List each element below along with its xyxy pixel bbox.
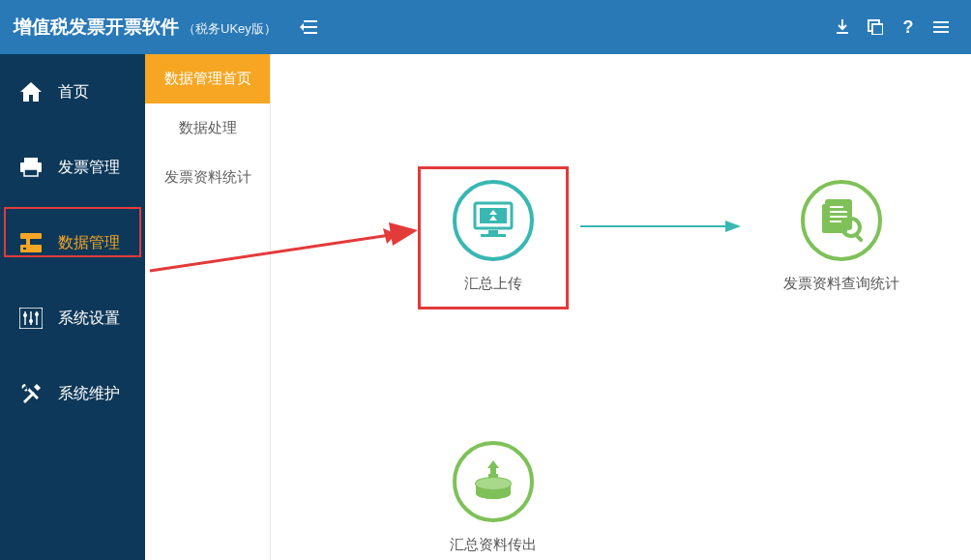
home-icon [17,78,44,105]
sidebar-item-home[interactable]: 首页 [0,64,145,120]
svg-rect-4 [837,32,848,34]
svg-rect-14 [20,233,42,239]
sidebar-item-invoice[interactable]: 发票管理 [0,139,145,195]
svg-rect-37 [830,221,841,222]
sliders-icon [17,305,44,332]
more-menu-icon[interactable] [925,13,957,42]
printer-icon [17,154,44,181]
data-icon [17,229,44,256]
svg-rect-9 [933,31,949,33]
svg-rect-33 [826,200,851,229]
card-caption: 发票资料查询统计 [754,275,928,293]
svg-rect-35 [830,211,847,213]
export-icon [453,441,534,522]
menu-toggle-button[interactable] [294,13,323,42]
app-title-sub: （税务UKey版） [183,20,277,38]
card-caption: 汇总资料传出 [426,536,561,554]
svg-point-22 [29,319,33,323]
search-doc-icon [801,180,882,261]
download-icon[interactable] [826,13,859,42]
svg-point-47 [476,478,511,489]
svg-rect-6 [872,24,883,35]
sidebar-item-label: 系统维护 [58,384,120,404]
annotation-highlight-card [418,166,569,309]
topbar: 增值税发票开票软件 （税务UKey版） ? [0,0,971,54]
svg-rect-39 [854,233,864,243]
app-title: 增值税发票开票软件 （税务UKey版） [14,15,277,40]
svg-rect-17 [23,248,26,250]
card-export[interactable]: 汇总资料传出 [426,441,561,554]
sidebar-item-data[interactable]: 数据管理 [0,215,145,271]
svg-marker-49 [725,221,741,232]
svg-rect-11 [24,158,38,162]
app-title-main: 增值税发票开票软件 [14,15,179,40]
svg-marker-3 [300,23,304,31]
svg-marker-41 [487,460,499,468]
submenu-item-home[interactable]: 数据管理首页 [145,54,270,103]
card-query[interactable]: 发票资料查询统计 [754,180,928,293]
svg-rect-7 [933,21,949,23]
sidebar-item-label: 发票管理 [58,158,120,178]
help-icon[interactable]: ? [892,13,925,42]
sidebar: 首页 发票管理 数据管理 [0,54,145,560]
submenu-item-stats[interactable]: 发票资料统计 [145,153,270,202]
sidebar-item-label: 数据管理 [58,233,120,253]
sidebar-item-label: 系统设置 [58,309,120,329]
svg-rect-2 [304,32,317,34]
window-icon[interactable] [859,13,892,42]
svg-rect-0 [304,20,317,22]
svg-point-24 [35,312,39,316]
svg-rect-34 [830,206,843,208]
svg-rect-15 [26,239,30,245]
content-area: 汇总上传 发票资料查询统计 [271,54,971,560]
sidebar-item-label: 首页 [58,82,89,103]
sidebar-item-maintenance[interactable]: 系统维护 [0,366,145,422]
tools-icon [17,380,44,407]
flow-arrow-icon [580,217,745,236]
svg-rect-1 [304,26,317,28]
svg-rect-8 [933,26,949,28]
submenu: 数据管理首页 数据处理 发票资料统计 [145,54,271,560]
submenu-item-label: 数据管理首页 [164,70,251,86]
sidebar-item-settings[interactable]: 系统设置 [0,290,145,346]
submenu-item-label: 数据处理 [179,119,237,135]
svg-rect-36 [830,216,847,218]
submenu-item-process[interactable]: 数据处理 [145,103,270,153]
svg-rect-12 [24,169,38,176]
svg-point-20 [23,313,27,317]
submenu-item-label: 发票资料统计 [164,168,251,185]
